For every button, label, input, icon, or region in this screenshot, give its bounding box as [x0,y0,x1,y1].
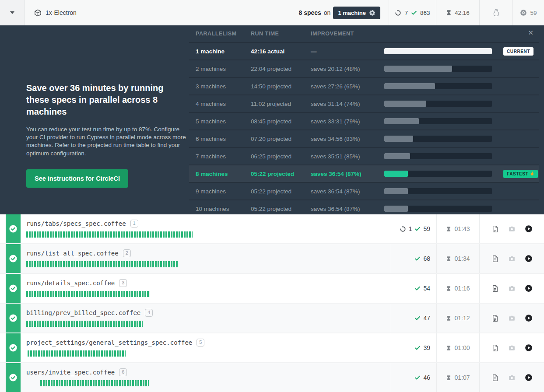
runtime-bar [384,66,492,72]
parallelization-panel: Save over 36 minutes by running these sp… [0,25,544,214]
gear-icon [369,10,376,16]
machines-row: 10 machines 05:22 projected saves 36:54 … [189,200,539,214]
spec-timeline-bar [26,231,193,238]
total-duration: 42:16 [436,0,479,25]
runtime-bar [384,101,492,107]
screenshots-icon[interactable] [508,374,516,382]
stdout-icon[interactable] [491,374,499,382]
screenshots-icon[interactable] [508,344,516,352]
stdout-icon[interactable] [491,285,499,292]
spec-order-badge: 2 [123,249,131,257]
screenshots-icon[interactable] [508,285,516,292]
spec-stats: 1 59 [391,214,436,243]
machines-count: 3 machines [196,83,251,90]
machines-count: 10 machines [196,206,251,212]
duration-value: 42:16 [455,10,470,16]
screenshots-icon[interactable] [508,225,516,233]
screenshots-icon[interactable] [508,315,516,322]
col-improvement: IMPROVEMENT [311,31,384,37]
machines-count: 2 machines [196,66,251,72]
promo-body: You can reduce your test run time by up … [26,126,186,158]
runtime-bar [384,118,492,124]
improvement: saves 36:54 (87%) [311,206,384,212]
machines-row: 6 machines 07:20 projected saves 34:56 (… [189,130,539,147]
machine-count-label: 1 machine [338,10,366,16]
spec-order-badge: 4 [145,309,153,317]
stdout-icon[interactable] [491,344,499,352]
spec-duration: 01:00 [436,333,479,362]
machines-count: 9 machines [196,188,251,195]
close-icon[interactable]: ✕ [528,29,533,36]
improvement: saves 20:12 (48%) [311,66,384,72]
passed-check-icon [414,315,421,321]
specs-on-machines: 8 specs on 1 machine [290,0,389,25]
spec-stats: 46 [391,363,436,392]
package-icon [34,9,42,17]
machines-count: 8 machines [196,171,251,177]
hourglass-icon [446,286,451,291]
stdout-icon[interactable] [491,255,499,262]
play-video-icon[interactable] [525,225,533,233]
improvement: saves 27:26 (65%) [311,83,384,90]
spec-timeline-bar [26,291,150,297]
spec-status-strip [6,363,21,392]
run-time: 07:20 projected [251,136,311,142]
improvement: saves 33:31 (79%) [311,118,384,125]
current-badge: CURRENT [503,47,533,56]
improvement: saves 36:54 (87%) [311,188,384,195]
machines-row: 4 machines 11:02 projected saves 31:14 (… [189,94,539,112]
spec-duration: 01:43 [436,214,479,243]
play-video-icon[interactable] [525,314,533,322]
spec-actions [479,274,544,303]
spec-list: runs/tabs/specs_spec.coffee 1 1 59 01:43 [0,214,544,392]
flame-icon [530,172,534,176]
spec-timeline-bar [26,261,179,267]
run-time: 08:45 projected [251,118,311,125]
passed-count: 863 [420,10,430,16]
run-time: 05:22 projected [251,188,311,195]
play-video-icon[interactable] [525,255,533,262]
machines-count: 5 machines [196,118,251,125]
pending-count: 7 [404,10,408,16]
expand-run-button[interactable] [0,0,25,25]
spec-order-badge: 5 [197,339,204,346]
improvement: saves 36:54 (87%) [311,171,384,177]
screenshots-icon[interactable] [508,255,516,262]
machines-row: 2 machines 22:04 projected saves 20:12 (… [189,60,539,77]
passed-count: 39 [423,344,430,351]
play-video-icon[interactable] [525,374,533,382]
hourglass-icon [446,375,451,381]
play-video-icon[interactable] [525,284,533,292]
spec-row: runs/details_spec.coffee 3 54 01:16 [0,274,544,304]
machines-row: 1 machine 42:16 actual — CURRENT [189,42,539,60]
on-label: on [324,9,331,16]
passed-check-icon [414,345,421,351]
spec-status-strip [6,304,21,332]
spec-row: users/invite_spec.coffee 6 46 01:07 [0,363,544,392]
circleci-instructions-button[interactable]: See instructions for CircleCI [26,169,128,188]
runtime-bar [384,153,492,159]
promo-heading: Save over 36 minutes by running these sp… [26,82,186,118]
play-video-icon[interactable] [525,344,533,352]
spec-filename: billing/prev_billed_spec.coffee [26,309,140,316]
spec-timeline-bar [26,321,143,327]
machine-settings-button[interactable]: 1 machine [333,7,380,19]
spec-duration: 01:12 [436,304,479,332]
passed-count: 47 [423,315,430,322]
spec-actions [479,363,544,392]
spec-filename: runs/tabs/specs_spec.coffee [26,220,126,227]
passed-check-icon [414,226,421,232]
stdout-icon[interactable] [491,315,499,322]
stdout-icon[interactable] [491,225,499,233]
spec-stats: 68 [391,244,436,273]
fastest-badge: FASTEST [503,170,538,178]
improvement: saves 34:56 (83%) [311,136,384,142]
spec-timeline-bar [40,380,149,386]
caret-down-icon [10,11,14,14]
run-time: 14:50 projected [251,83,311,90]
spec-row: runs/list_all_spec.coffee 2 68 01:34 [0,244,544,274]
machines-table-header: PARALLELISM RUN TIME IMPROVEMENT [189,25,539,42]
run-header: 1x-Electron 8 specs on 1 machine 7 863 4… [0,0,544,25]
test-stats: 7 863 [389,0,436,25]
run-name: 1x-Electron [46,9,77,16]
